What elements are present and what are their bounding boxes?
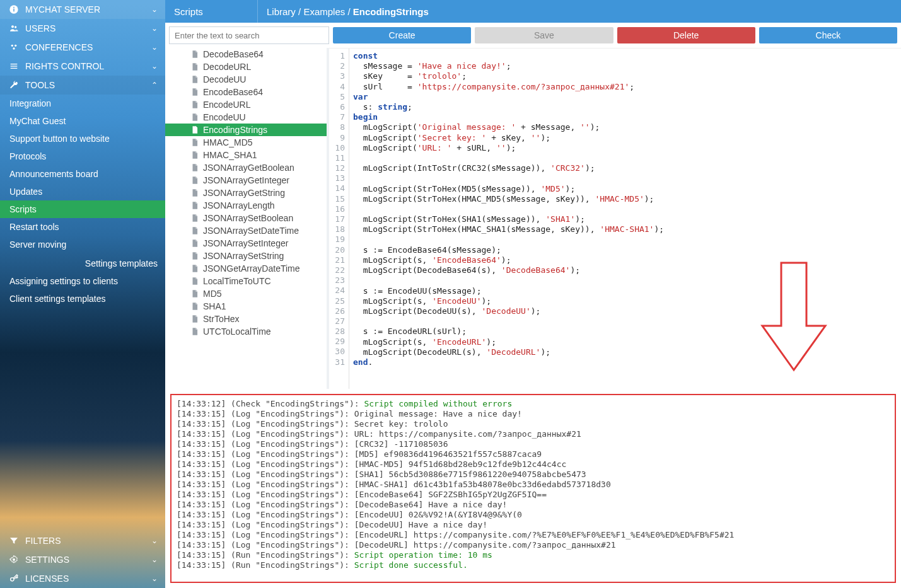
tree-item-label: JSONArrayGetBoolean xyxy=(203,163,294,173)
chevron-down-icon: ⌄ xyxy=(151,536,158,545)
code-line: mLogScript(s, 'EncodeUU'); xyxy=(353,296,897,306)
sidebar-section-tools[interactable]: TOOLS⌃ xyxy=(0,76,165,95)
line-gutter: 1234567891011121314151617181920212223242… xyxy=(329,49,349,389)
tree-item-jsonarraygetstring[interactable]: JSONArrayGetString xyxy=(165,187,327,199)
sidebar-item-support-button-to-website[interactable]: Support button to website xyxy=(0,130,165,147)
code-line: begin xyxy=(353,112,897,122)
svg-point-2 xyxy=(13,7,15,8)
sidebar-section-conferences[interactable]: CONFERENCES⌄ xyxy=(0,38,165,57)
sidebar-item-updates[interactable]: Updates xyxy=(0,183,165,200)
tree-item-jsonarraylength[interactable]: JSONArrayLength xyxy=(165,199,327,212)
code-line: sUrl = 'https://companysite.com/?запрос_… xyxy=(353,82,897,92)
sidebar-section-users[interactable]: USERS⌄ xyxy=(0,19,165,38)
tree-item-label: JSONArrayGetString xyxy=(203,188,285,198)
code-line xyxy=(353,153,897,163)
file-icon xyxy=(190,62,199,72)
tree-item-label: StrToHex xyxy=(203,314,240,324)
script-tree[interactable]: DecodeBase64DecodeURLDecodeUUEncodeBase6… xyxy=(165,48,329,389)
tree-item-label: DecodeUU xyxy=(203,74,246,84)
tree-item-jsonarraysetdatetime[interactable]: JSONArraySetDateTime xyxy=(165,224,327,237)
crumb-examples[interactable]: Examples xyxy=(303,6,345,17)
sidebar-section-rights-control[interactable]: RIGHTS CONTROL⌄ xyxy=(0,57,165,76)
svg-rect-8 xyxy=(11,64,18,64)
crumb-library[interactable]: Library xyxy=(267,6,296,17)
sidebar-item-announcements-board[interactable]: Announcements board xyxy=(0,165,165,183)
main-area: Scripts Library / Examples / EncodingStr… xyxy=(165,0,901,588)
topbar-tab-label: Scripts xyxy=(174,6,203,17)
sidebar-section-filters[interactable]: FILTERS⌄ xyxy=(0,531,165,550)
sidebar-item-assigning-settings-to-clients[interactable]: Assigning settings to clients xyxy=(0,272,165,290)
console-line: [14:33:15] (Log "EncodingStrings"): [SHA… xyxy=(177,470,890,480)
key-icon xyxy=(8,574,20,584)
tree-item-jsonarraygetinteger[interactable]: JSONArrayGetInteger xyxy=(165,174,327,187)
section-label: LICENSES xyxy=(25,574,69,584)
output-console[interactable]: [14:33:12] (Check "EncodingStrings"): Sc… xyxy=(170,394,896,583)
tree-item-encodebase64[interactable]: EncodeBase64 xyxy=(165,86,327,98)
code-editor[interactable]: 1234567891011121314151617181920212223242… xyxy=(329,48,901,389)
tree-item-jsonarraygetboolean[interactable]: JSONArrayGetBoolean xyxy=(165,161,327,174)
check-button[interactable]: Check xyxy=(759,27,897,43)
sidebar-section-settings[interactable]: SETTINGS⌄ xyxy=(0,550,165,569)
conf-icon xyxy=(8,42,20,52)
sidebar-item-protocols[interactable]: Protocols xyxy=(0,147,165,165)
sidebar-item-client-settings-templates[interactable]: Client settings templates xyxy=(0,290,165,308)
tree-item-decodeuu[interactable]: DecodeUU xyxy=(165,73,327,86)
svg-rect-10 xyxy=(11,68,18,69)
file-icon xyxy=(190,137,199,147)
search-input[interactable] xyxy=(169,26,329,44)
code-line xyxy=(353,204,897,214)
tree-item-localtimetoutc[interactable]: LocalTimeToUTC xyxy=(165,275,327,287)
sidebar-item-integration[interactable]: Integration xyxy=(0,95,165,112)
tree-item-label: EncodeUU xyxy=(203,112,246,122)
tree-item-md5[interactable]: MD5 xyxy=(165,287,327,300)
sidebar-item-server-moving[interactable]: Server moving xyxy=(0,236,165,253)
sidebar-section-licenses[interactable]: LICENSES⌄ xyxy=(0,569,165,588)
sidebar-item-scripts[interactable]: Scripts xyxy=(0,200,165,218)
file-icon xyxy=(190,100,199,110)
code-line: mLogScript(StrToHex(HMAC_MD5(sMessage, s… xyxy=(353,194,897,204)
file-icon xyxy=(190,74,199,84)
tree-item-jsonarraysetboolean[interactable]: JSONArraySetBoolean xyxy=(165,212,327,224)
tree-item-label: EncodingStrings xyxy=(203,125,267,135)
sidebar-item-mychat-guest[interactable]: MyChat Guest xyxy=(0,112,165,130)
tree-item-encodingstrings[interactable]: EncodingStrings xyxy=(165,124,327,136)
tree-item-hmac_sha1[interactable]: HMAC_SHA1 xyxy=(165,149,327,161)
tree-item-decodeurl[interactable]: DecodeURL xyxy=(165,61,327,73)
filter-icon xyxy=(8,536,20,546)
code-line: mLogScript(s, 'EncodeBase64'); xyxy=(353,255,897,265)
sidebar-section-mychat-server[interactable]: MYCHAT SERVER⌄ xyxy=(0,0,165,19)
tree-item-label: DecodeURL xyxy=(203,62,251,72)
tree-item-label: HMAC_MD5 xyxy=(203,137,253,147)
delete-button[interactable]: Delete xyxy=(617,27,755,43)
tree-item-utctolocaltime[interactable]: UTCToLocalTime xyxy=(165,325,327,338)
section-label: TOOLS xyxy=(25,80,55,90)
console-line: [14:33:15] (Log "EncodingStrings"): Secr… xyxy=(177,419,890,429)
tree-item-sha1[interactable]: SHA1 xyxy=(165,300,327,313)
tree-item-encodeurl[interactable]: EncodeURL xyxy=(165,98,327,111)
topbar-tab-scripts[interactable]: Scripts xyxy=(165,0,257,23)
code-line: s := EncodeBase64(sMessage); xyxy=(353,245,897,255)
tree-item-encodeuu[interactable]: EncodeUU xyxy=(165,111,327,124)
tree-item-label: UTCToLocalTime xyxy=(203,326,271,337)
sidebar: MYCHAT SERVER⌄USERS⌄CONFERENCES⌄RIGHTS C… xyxy=(0,0,165,588)
save-button[interactable]: Save xyxy=(475,27,613,43)
tree-item-jsonarraysetstring[interactable]: JSONArraySetString xyxy=(165,250,327,262)
file-icon xyxy=(190,49,199,59)
content-row: DecodeBase64DecodeURLDecodeUUEncodeBase6… xyxy=(165,48,901,389)
tree-item-jsonarraysetinteger[interactable]: JSONArraySetInteger xyxy=(165,237,327,250)
file-icon xyxy=(190,175,199,185)
console-line: [14:33:15] (Log "EncodingStrings"): [HMA… xyxy=(177,459,890,470)
breadcrumb: Library / Examples / EncodingStrings xyxy=(258,0,438,23)
code-body[interactable]: const sMessage = 'Have a nice day!'; sKe… xyxy=(349,49,901,389)
chevron-down-icon: ⌄ xyxy=(151,555,158,564)
create-button[interactable]: Create xyxy=(333,27,471,43)
tree-item-label: MD5 xyxy=(203,289,222,299)
sidebar-item-restart-tools[interactable]: Restart tools xyxy=(0,218,165,236)
tree-item-strtohex[interactable]: StrToHex xyxy=(165,313,327,325)
code-line: mLogScript(StrToHex(SHA1(sMessage)), 'SH… xyxy=(353,214,897,224)
console-line: [14:33:15] (Run "EncodingStrings"): Scri… xyxy=(177,560,890,570)
tree-item-hmac_md5[interactable]: HMAC_MD5 xyxy=(165,136,327,149)
tree-item-decodebase64[interactable]: DecodeBase64 xyxy=(165,48,327,61)
tree-item-jsongetarraydatetime[interactable]: JSONGetArrayDateTime xyxy=(165,262,327,275)
chevron-down-icon: ⌄ xyxy=(151,5,158,14)
